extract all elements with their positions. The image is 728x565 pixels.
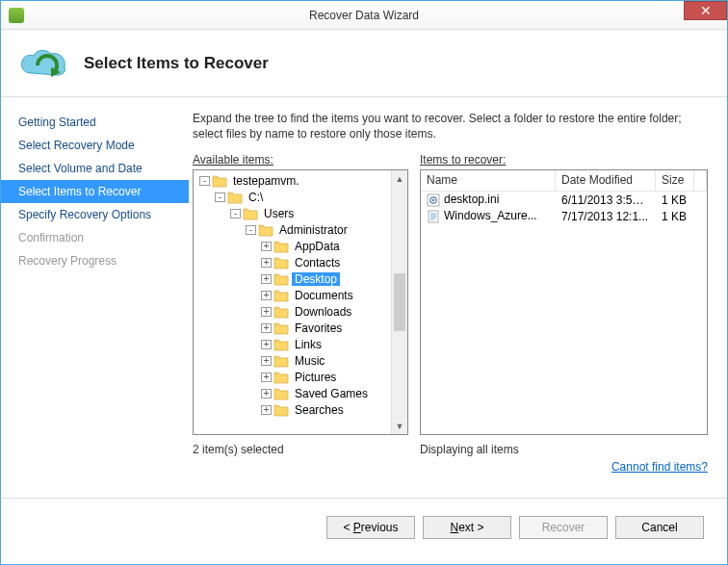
expand-icon[interactable]: + — [261, 372, 272, 382]
folder-icon — [273, 305, 289, 319]
file-row[interactable]: desktop.ini6/11/2013 3:59 ...1 KB — [421, 192, 707, 208]
expand-icon[interactable]: + — [261, 291, 272, 300]
tree-node-label[interactable]: Pictures — [292, 371, 339, 384]
svg-rect-4 — [429, 211, 438, 222]
page-heading: Select Items to Recover — [84, 54, 269, 73]
tree-node-music[interactable]: +Music — [194, 352, 391, 369]
items-to-recover-list[interactable]: Name Date Modified Size desktop.ini6/11/… — [420, 169, 708, 435]
tree-scrollbar[interactable]: ▲ ▼ — [391, 170, 407, 434]
banner: Select Items to Recover — [1, 30, 727, 97]
tree-node-label[interactable]: testepamvm. — [230, 174, 302, 188]
tree-node-label[interactable]: Saved Games — [292, 387, 371, 400]
svg-point-3 — [432, 199, 434, 201]
available-items-tree[interactable]: -testepamvm.-C:\-Users-Administrator+App… — [193, 169, 408, 435]
folder-icon — [273, 354, 289, 368]
scroll-up-arrow[interactable]: ▲ — [392, 170, 407, 187]
cloud-recover-icon — [18, 46, 68, 81]
expand-icon[interactable]: + — [261, 258, 272, 268]
titlebar: Recover Data Wizard ✕ — [1, 1, 727, 30]
expand-icon[interactable]: + — [261, 307, 272, 317]
expand-icon[interactable]: + — [261, 242, 272, 251]
collapse-icon[interactable]: - — [199, 176, 210, 186]
folder-icon — [243, 207, 258, 220]
tree-node-label[interactable]: Favorites — [292, 321, 345, 335]
tree-node-label[interactable]: Links — [292, 338, 325, 351]
cannot-find-items-link[interactable]: Cannot find items? — [611, 460, 708, 474]
folder-icon — [227, 191, 243, 204]
display-status: Displaying all items — [420, 443, 708, 456]
tree-node-appdata[interactable]: +AppData — [194, 238, 391, 254]
window-title: Recover Data Wizard — [1, 9, 727, 22]
tree-node-label[interactable]: Downloads — [292, 305, 354, 319]
collapse-icon[interactable]: - — [246, 225, 256, 235]
wizard-step-4[interactable]: Specify Recovery Options — [1, 203, 189, 226]
recover-button[interactable]: Recover — [519, 516, 608, 539]
expand-icon[interactable]: + — [261, 323, 272, 333]
tree-node-administrator[interactable]: -Administrator — [194, 221, 391, 238]
wizard-step-6: Recovery Progress — [1, 249, 189, 272]
folder-icon — [273, 256, 289, 270]
folder-icon — [273, 403, 289, 417]
column-name[interactable]: Name — [421, 170, 556, 191]
expand-icon[interactable]: + — [261, 340, 272, 349]
wizard-steps-sidebar: Getting StartedSelect Recovery ModeSelec… — [1, 97, 189, 498]
folder-icon — [273, 321, 289, 335]
tree-node-label[interactable]: Contacts — [292, 256, 343, 270]
tree-node-label[interactable]: Searches — [292, 403, 347, 417]
tree-node-label[interactable]: Music — [292, 354, 327, 368]
tree-node-desktop[interactable]: +Desktop — [194, 270, 391, 287]
tree-node-users[interactable]: -Users — [194, 205, 391, 221]
file-size: 1 KB — [656, 210, 694, 223]
tree-node-contacts[interactable]: +Contacts — [194, 254, 391, 270]
file-size: 1 KB — [656, 193, 694, 207]
file-name: Windows_Azure... — [444, 209, 537, 222]
folder-icon — [273, 240, 289, 253]
file-date: 7/17/2013 12:1... — [556, 210, 656, 223]
tree-node-c-[interactable]: -C:\ — [194, 189, 391, 205]
folder-icon — [212, 174, 227, 188]
tree-node-label[interactable]: Documents — [292, 289, 356, 302]
expand-icon[interactable]: + — [261, 356, 272, 366]
tree-node-links[interactable]: +Links — [194, 336, 391, 352]
column-size[interactable]: Size — [656, 170, 694, 191]
file-icon — [427, 193, 440, 207]
tree-node-testepamvm-[interactable]: -testepamvm. — [194, 172, 391, 189]
expand-icon[interactable]: + — [261, 389, 272, 398]
wizard-step-1[interactable]: Select Recovery Mode — [1, 134, 189, 157]
tree-node-documents[interactable]: +Documents — [194, 287, 391, 303]
items-to-recover-label: Items to recover: — [420, 153, 708, 167]
tree-node-label[interactable]: Administrator — [276, 223, 351, 237]
folder-icon — [258, 223, 273, 237]
tree-node-downloads[interactable]: +Downloads — [194, 303, 391, 320]
selected-count-status: 2 item(s) selected — [193, 443, 408, 456]
cancel-button[interactable]: Cancel — [615, 516, 704, 539]
column-date-modified[interactable]: Date Modified — [556, 170, 656, 191]
tree-node-label[interactable]: Users — [261, 207, 297, 220]
tree-node-label[interactable]: C:\ — [246, 191, 266, 204]
file-row[interactable]: Windows_Azure...7/17/2013 12:1...1 KB — [421, 208, 707, 224]
previous-button[interactable]: < Previous — [326, 516, 415, 539]
close-button[interactable]: ✕ — [684, 1, 727, 20]
next-button[interactable]: Next > — [423, 516, 511, 539]
folder-icon — [273, 371, 289, 384]
collapse-icon[interactable]: - — [215, 193, 225, 202]
tree-node-searches[interactable]: +Searches — [194, 401, 391, 418]
scroll-down-arrow[interactable]: ▼ — [392, 418, 407, 434]
scroll-thumb[interactable] — [394, 273, 405, 331]
tree-node-label[interactable]: Desktop — [292, 272, 340, 286]
wizard-step-5: Confirmation — [1, 226, 189, 249]
wizard-step-0[interactable]: Getting Started — [1, 111, 189, 134]
folder-icon — [273, 289, 289, 302]
folder-icon — [273, 387, 289, 400]
expand-icon[interactable]: + — [261, 274, 272, 284]
tree-node-pictures[interactable]: +Pictures — [194, 369, 391, 385]
expand-icon[interactable]: + — [261, 405, 272, 415]
tree-node-favorites[interactable]: +Favorites — [194, 320, 391, 336]
tree-node-saved-games[interactable]: +Saved Games — [194, 385, 391, 401]
file-icon — [427, 210, 440, 223]
wizard-step-2[interactable]: Select Volume and Date — [1, 157, 189, 180]
collapse-icon[interactable]: - — [230, 209, 241, 218]
list-header[interactable]: Name Date Modified Size — [421, 170, 707, 192]
tree-node-label[interactable]: AppData — [292, 240, 343, 253]
wizard-step-3[interactable]: Select Items to Recover — [1, 180, 189, 203]
